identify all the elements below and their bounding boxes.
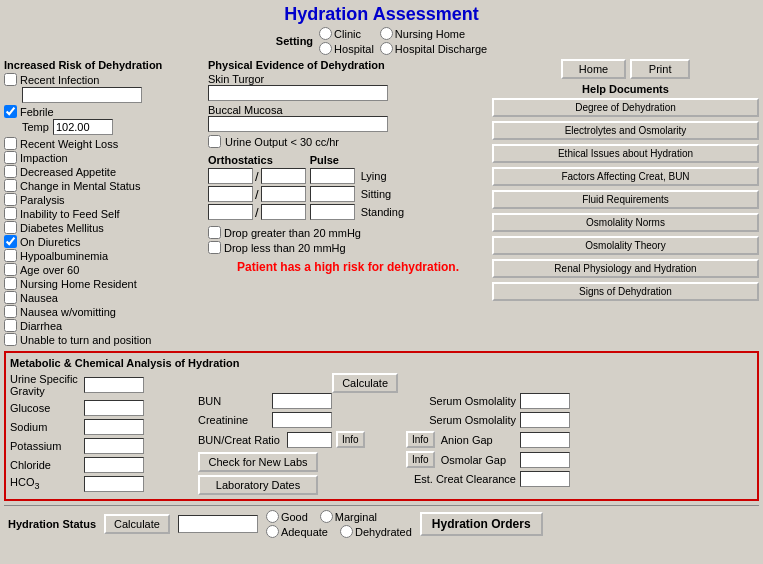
status-adequate-radio[interactable] [266,525,279,538]
weight-loss-check[interactable] [4,137,17,150]
febrile-check[interactable] [4,105,17,118]
osmolar-gap-input[interactable] [520,452,570,468]
potassium-input[interactable] [84,438,144,454]
paralysis-check[interactable] [4,193,17,206]
sodium-input[interactable] [84,419,144,435]
nursing-home-check[interactable] [4,277,17,290]
age60-check[interactable] [4,263,17,276]
hydration-status-header: Hydration Status [8,518,96,530]
help-osmolality-theory-btn[interactable]: Osmolality Theory [492,236,759,255]
drop-greater-check[interactable] [208,226,221,239]
bp-sitting-diastolic[interactable] [261,186,306,202]
increased-risk-header: Increased Risk of Dehydration [4,59,204,71]
usg-label: Urine Specific Gravity [10,373,80,397]
setting-discharge-radio[interactable] [380,42,393,55]
help-ethical-btn[interactable]: Ethical Issues about Hydration [492,144,759,163]
setting-hospital-radio[interactable] [319,42,332,55]
bun-creat-info-btn[interactable]: Info [336,431,365,448]
osmolar-gap-info-btn[interactable]: Info [406,451,435,468]
setting-label: Setting [276,35,313,47]
mental-status-check[interactable] [4,179,17,192]
diabetes-check[interactable] [4,221,17,234]
usg-input[interactable] [84,377,144,393]
unable-turn-check[interactable] [4,333,17,346]
status-marginal-radio[interactable] [320,510,333,523]
help-factors-btn[interactable]: Factors Affecting Creat, BUN [492,167,759,186]
urine-output-label: Urine Output < 30 cc/hr [225,136,339,148]
hco3-input[interactable] [84,476,144,492]
setting-nursinghome-radio[interactable] [380,27,393,40]
anion-gap-input[interactable] [520,432,570,448]
help-documents-header: Help Documents [492,83,759,95]
inability-feed-check[interactable] [4,207,17,220]
status-adequate-label: Adequate [281,526,328,538]
page-title: Hydration Assessment [4,4,759,25]
recent-infection-input[interactable] [22,87,142,103]
help-osmolality-norms-btn[interactable]: Osmolality Norms [492,213,759,232]
paralysis-label: Paralysis [20,194,65,206]
serum-osm2-input[interactable] [520,412,570,428]
metabolic-calculate-btn[interactable]: Calculate [332,373,398,393]
est-creat-input[interactable] [520,471,570,487]
impaction-check[interactable] [4,151,17,164]
serum-osm1-input[interactable] [520,393,570,409]
skin-turgor-input[interactable] [208,85,388,101]
nausea-check[interactable] [4,291,17,304]
bp-lying-systolic[interactable] [208,168,253,184]
pulse-sitting[interactable] [310,186,355,202]
glucose-input[interactable] [84,400,144,416]
home-button[interactable]: Home [561,59,626,79]
metabolic-header: Metabolic & Chemical Analysis of Hydrati… [10,357,753,369]
check-labs-btn[interactable]: Check for New Labs [198,452,318,472]
help-fluid-btn[interactable]: Fluid Requirements [492,190,759,209]
mental-status-label: Change in Mental Status [20,180,140,192]
hydration-status-input[interactable] [178,515,258,533]
bp-standing-systolic[interactable] [208,204,253,220]
help-electrolytes-btn[interactable]: Electrolytes and Osmolarity [492,121,759,140]
unable-turn-label: Unable to turn and position [20,334,151,346]
help-renal-btn[interactable]: Renal Physiology and Hydration [492,259,759,278]
bun-input[interactable] [272,393,332,409]
anion-gap-info-btn[interactable]: Info [406,431,435,448]
drop-less-check[interactable] [208,241,221,254]
temp-input[interactable] [53,119,113,135]
diarrhea-label: Diarrhea [20,320,62,332]
hydration-calculate-btn[interactable]: Calculate [104,514,170,534]
diarrhea-check[interactable] [4,319,17,332]
bp-standing-diastolic[interactable] [261,204,306,220]
setting-clinic-radio[interactable] [319,27,332,40]
status-dehydrated-radio[interactable] [340,525,353,538]
diabetes-label: Diabetes Mellitus [20,222,104,234]
nausea-vomit-check[interactable] [4,305,17,318]
creatinine-input[interactable] [272,412,332,428]
buccal-mucosa-input[interactable] [208,116,388,132]
chloride-input[interactable] [84,457,144,473]
status-good-radio[interactable] [266,510,279,523]
help-degree-btn[interactable]: Degree of Dehydration [492,98,759,117]
print-button[interactable]: Print [630,59,690,79]
hypoalb-check[interactable] [4,249,17,262]
bun-creat-input[interactable] [287,432,332,448]
chloride-label: Chloride [10,459,80,471]
pulse-lying[interactable] [310,168,355,184]
hco3-label: HCO3 [10,476,80,491]
metabolic-section: Metabolic & Chemical Analysis of Hydrati… [4,351,759,501]
temp-label: Temp [22,121,49,133]
sodium-label: Sodium [10,421,80,433]
physical-evidence-header: Physical Evidence of Dehydration [208,59,488,71]
recent-infection-check[interactable] [4,73,17,86]
decreased-appetite-check[interactable] [4,165,17,178]
hypoalb-label: Hypoalbuminemia [20,250,108,262]
drop-greater-label: Drop greater than 20 mmHg [224,227,361,239]
urine-output-check[interactable] [208,135,221,148]
help-signs-btn[interactable]: Signs of Dehydration [492,282,759,301]
bp-lying-diastolic[interactable] [261,168,306,184]
lab-dates-btn[interactable]: Laboratory Dates [198,475,318,495]
hydration-orders-btn[interactable]: Hydration Orders [420,512,543,536]
pulse-standing[interactable] [310,204,355,220]
age60-label: Age over 60 [20,264,79,276]
setting-hospital-label: Hospital [334,43,374,55]
serum-osm2-label: Serum Osmolality [406,414,516,426]
bp-sitting-systolic[interactable] [208,186,253,202]
diuretics-check[interactable] [4,235,17,248]
